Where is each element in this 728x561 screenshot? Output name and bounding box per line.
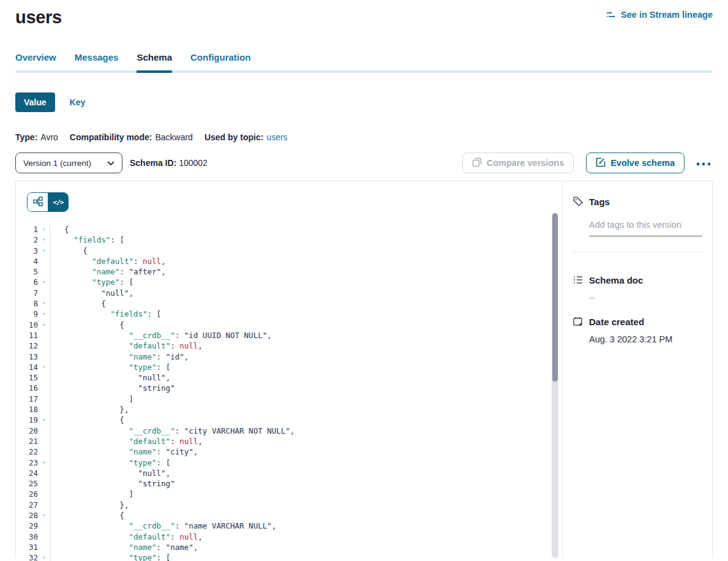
code-text: "type": [: [50, 277, 133, 287]
fold-toggle-icon[interactable]: ▾: [38, 362, 50, 372]
fold-spacer: [38, 489, 50, 499]
meta-label: Used by topic:: [205, 132, 263, 142]
code-text: "name": "city",: [50, 446, 198, 457]
value-toggle-button[interactable]: Value: [15, 92, 55, 112]
evolve-schema-label: Evolve schema: [610, 158, 675, 168]
fold-toggle-icon[interactable]: ▾: [38, 415, 50, 425]
line-number: 9: [16, 309, 38, 319]
code-text: "name": "id",: [50, 352, 189, 362]
line-number: 32: [16, 552, 38, 561]
code-line: 11 "__crdb__": "id UUID NOT NULL",: [16, 330, 562, 341]
more-options-button[interactable]: [694, 159, 713, 168]
line-number: 19: [16, 415, 38, 425]
code-text: "type": [: [50, 457, 170, 468]
fold-toggle-icon[interactable]: ▾: [38, 320, 50, 330]
code-line: 18 },: [16, 404, 562, 415]
schema-doc-header: Schema doc: [572, 274, 702, 285]
line-number: 13: [16, 352, 38, 362]
date-created-header: Date created: [572, 316, 702, 327]
code-line: 4 "default": null,: [16, 256, 562, 266]
fold-spacer: [38, 288, 50, 298]
line-number: 16: [16, 383, 38, 393]
code-line: 6▾ "type": [: [16, 277, 562, 287]
fold-spacer: [38, 521, 50, 531]
fold-toggle-icon[interactable]: ▾: [38, 224, 50, 235]
code-line: 19▾ {: [16, 415, 562, 425]
code-text: {: [50, 510, 124, 521]
fold-toggle-icon[interactable]: ▾: [38, 298, 50, 309]
code-line: 25 "string": [16, 478, 562, 489]
date-created-title: Date created: [589, 317, 644, 327]
fold-spacer: [38, 500, 50, 510]
compare-versions-button[interactable]: Compare versions: [462, 152, 574, 173]
code-text: ]: [50, 394, 133, 404]
line-number: 3: [16, 246, 38, 256]
tab-configuration[interactable]: Configuration: [190, 52, 250, 73]
fold-toggle-icon[interactable]: ▾: [38, 309, 50, 319]
code-line: 8▾ {: [16, 298, 562, 309]
code-line: 2▾ "fields": [: [16, 235, 562, 245]
fold-toggle-icon[interactable]: ▾: [38, 457, 50, 468]
fold-toggle-icon[interactable]: ▾: [38, 277, 50, 287]
code-line: 29 "__crdb__": "name VARCHAR NULL",: [16, 521, 562, 531]
line-number: 29: [16, 521, 38, 531]
tab-schema[interactable]: Schema: [137, 52, 172, 73]
version-select[interactable]: Version 1 (current): [15, 152, 122, 173]
line-number: 2: [16, 235, 38, 245]
code-scrollbar[interactable]: [552, 213, 558, 558]
code-text: "default": null,: [50, 341, 203, 351]
line-number: 20: [16, 426, 38, 436]
schema-code-editor[interactable]: 1▾ {2▾ "fields": [3▾ {4 "default": null,…: [16, 224, 562, 561]
fold-toggle-icon[interactable]: ▾: [38, 552, 50, 561]
code-view-icon: </>: [53, 198, 64, 206]
fold-toggle-icon[interactable]: ▾: [38, 246, 50, 256]
code-line: 28▾ {: [16, 510, 562, 521]
tree-view-button[interactable]: [28, 193, 48, 211]
code-text: "__crdb__": "city VARCHAR NOT NULL",: [50, 426, 295, 436]
code-line: 13 "name": "id",: [16, 352, 562, 362]
key-toggle-button[interactable]: Key: [70, 97, 86, 107]
code-text: "string": [50, 478, 175, 489]
line-number: 10: [16, 320, 38, 330]
fold-spacer: [38, 478, 50, 489]
code-text: "__crdb__": "id UUID NOT NULL",: [50, 330, 272, 341]
code-text: "fields": [: [50, 309, 161, 319]
line-number: 31: [16, 542, 38, 552]
tree-view-icon: [33, 197, 43, 208]
fold-spacer: [38, 394, 50, 404]
line-number: 18: [16, 404, 38, 415]
schema-panel: </> 1▾ {2▾ "fields": [3▾ {4 "default": n…: [15, 181, 713, 558]
tab-overview[interactable]: Overview: [15, 52, 56, 73]
list-icon: [572, 274, 584, 285]
code-line: 15 "null",: [16, 372, 562, 383]
version-select-value: Version 1 (current): [23, 159, 91, 168]
edit-icon: [596, 157, 606, 169]
sidebar-divider: [572, 252, 702, 252]
fold-toggle-icon[interactable]: ▾: [38, 510, 50, 521]
schema-sidebar: Tags Schema doc --: [563, 181, 712, 558]
code-line: 21 "default": null,: [16, 436, 562, 446]
tags-input-wrap: [589, 219, 702, 236]
code-text: {: [50, 246, 88, 256]
fold-toggle-icon[interactable]: ▾: [38, 235, 50, 245]
schema-doc-title: Schema doc: [589, 275, 643, 285]
code-text: "default": null,: [50, 436, 203, 446]
code-view-button[interactable]: </>: [48, 193, 68, 211]
stream-lineage-label: See in Stream lineage: [621, 10, 713, 20]
line-number: 26: [16, 489, 38, 499]
tags-input[interactable]: [589, 220, 702, 230]
meta-value-link[interactable]: users: [266, 132, 287, 142]
code-text: "fields": [: [50, 235, 124, 245]
tab-messages[interactable]: Messages: [75, 52, 119, 73]
code-text: "type": [: [50, 362, 170, 372]
code-scrollbar-thumb[interactable]: [552, 213, 558, 382]
evolve-schema-button[interactable]: Evolve schema: [586, 152, 685, 173]
code-line: 30 "default": null,: [16, 532, 562, 542]
line-number: 1: [16, 224, 38, 235]
see-in-stream-lineage-link[interactable]: See in Stream lineage: [606, 10, 713, 20]
schema-id-value: 100002: [179, 158, 208, 168]
code-line: 5 "name": "after",: [16, 266, 562, 277]
code-text: "null",: [50, 372, 170, 383]
code-line: 1▾ {: [16, 224, 562, 235]
code-line: 27 },: [16, 500, 562, 510]
